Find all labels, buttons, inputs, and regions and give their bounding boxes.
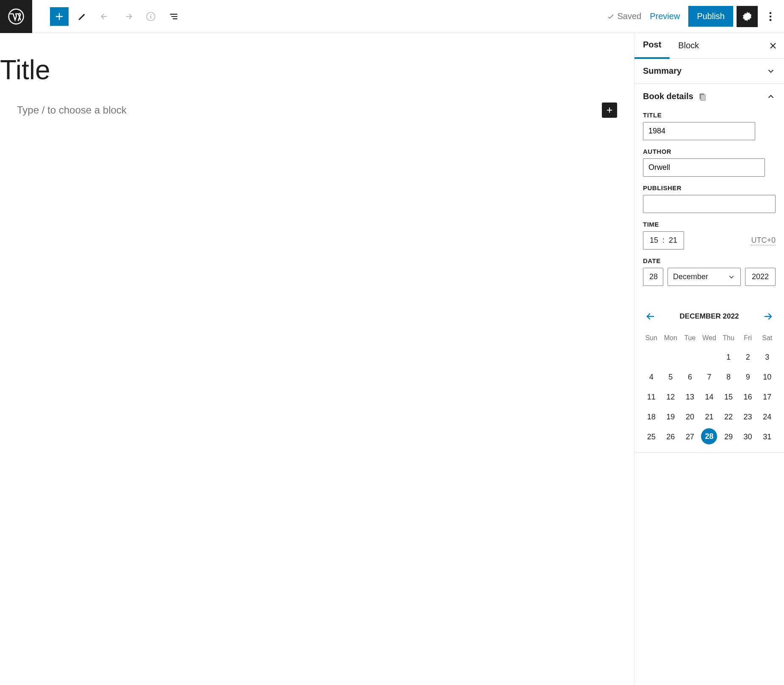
calendar-day[interactable]: 6 <box>681 369 698 386</box>
plus-icon <box>604 105 615 115</box>
calendar-empty <box>681 349 698 366</box>
publisher-field-input[interactable] <box>643 195 776 213</box>
sidebar-close-button[interactable] <box>768 41 778 51</box>
calendar-day[interactable]: 1 <box>720 349 737 366</box>
close-icon <box>768 41 778 51</box>
undo-icon <box>100 11 111 22</box>
block-placeholder[interactable]: Type / to choose a block <box>17 104 127 116</box>
timezone-label[interactable]: UTC+0 <box>751 236 776 245</box>
date-field-label: DATE <box>643 257 776 264</box>
calendar-day[interactable]: 30 <box>740 428 756 446</box>
redo-button[interactable] <box>119 7 137 26</box>
author-field-input[interactable] <box>643 158 765 177</box>
calendar-dow: Wed <box>701 330 718 346</box>
editor-body: Type / to choose a block <box>17 103 617 118</box>
calendar-day[interactable]: 10 <box>759 369 776 386</box>
calendar-day[interactable]: 27 <box>681 428 698 446</box>
calendar-dow: Fri <box>740 330 756 346</box>
calendar-day[interactable]: 19 <box>662 408 679 426</box>
more-options-button[interactable] <box>761 6 780 27</box>
calendar-nav: DECEMBER 2022 <box>643 309 776 324</box>
calendar-day[interactable]: 2 <box>740 349 756 366</box>
main-area: Title Type / to choose a block Post Bloc… <box>0 33 784 685</box>
top-bar: Saved Preview Publish <box>0 0 784 33</box>
calendar-dow: Sat <box>759 330 776 346</box>
edit-tool-button[interactable] <box>73 7 91 26</box>
calendar-day[interactable]: 12 <box>662 388 679 406</box>
toolbar-left <box>0 0 183 33</box>
wordpress-logo[interactable] <box>0 0 32 33</box>
calendar-title: DECEMBER 2022 <box>680 312 739 321</box>
calendar-day[interactable]: 24 <box>759 408 776 426</box>
tab-post[interactable]: Post <box>634 32 670 59</box>
undo-button[interactable] <box>96 7 114 26</box>
calendar-day[interactable]: 3 <box>759 349 776 366</box>
time-separator: : <box>662 236 665 245</box>
chevron-down-icon <box>728 273 735 281</box>
list-view-button[interactable] <box>164 7 183 26</box>
calendar-dow: Tue <box>681 330 698 346</box>
calendar-day[interactable]: 11 <box>643 388 660 406</box>
svg-point-3 <box>770 12 772 14</box>
calendar-day[interactable]: 31 <box>759 428 776 446</box>
date-year-input[interactable]: 2022 <box>745 268 776 286</box>
calendar-day[interactable]: 4 <box>643 369 660 386</box>
panel-summary: Summary <box>634 58 784 84</box>
svg-rect-7 <box>701 94 705 100</box>
calendar-day[interactable]: 7 <box>701 369 718 386</box>
calendar-day[interactable]: 28 <box>701 428 717 444</box>
calendar-day[interactable]: 25 <box>643 428 660 446</box>
calendar-day[interactable]: 21 <box>701 408 718 426</box>
calendar-day[interactable]: 23 <box>740 408 756 426</box>
panel-book-details: Book details TITLE AUTHOR PUBLISHER <box>634 84 784 453</box>
add-block-inline-button[interactable] <box>602 103 617 118</box>
panel-book-details-title: Book details <box>643 92 693 101</box>
toolbar-right: Saved Preview Publish <box>607 6 784 27</box>
calendar-empty <box>701 349 718 366</box>
calendar-dow: Thu <box>720 330 737 346</box>
calendar-day[interactable]: 8 <box>720 369 737 386</box>
panel-book-details-header[interactable]: Book details <box>634 84 784 109</box>
list-icon <box>168 11 179 22</box>
preview-button[interactable]: Preview <box>650 11 680 21</box>
calendar-day[interactable]: 17 <box>759 388 776 406</box>
calendar-day[interactable]: 18 <box>643 408 660 426</box>
calendar-empty <box>643 349 660 366</box>
settings-button[interactable] <box>737 6 758 27</box>
calendar-day[interactable]: 5 <box>662 369 679 386</box>
calendar-day[interactable]: 9 <box>740 369 756 386</box>
calendar-day[interactable]: 20 <box>681 408 698 426</box>
info-button[interactable] <box>141 7 160 26</box>
calendar-day[interactable]: 26 <box>662 428 679 446</box>
time-input[interactable]: 15 : 21 <box>643 231 684 250</box>
plus-icon <box>53 11 65 22</box>
arrow-left-icon <box>645 311 657 322</box>
wordpress-icon <box>8 8 24 25</box>
add-block-button[interactable] <box>50 7 69 26</box>
date-day-input[interactable]: 28 <box>643 268 663 286</box>
calendar-prev-button[interactable] <box>643 309 658 324</box>
calendar-day[interactable]: 29 <box>720 428 737 446</box>
calendar-day[interactable]: 16 <box>740 388 756 406</box>
calendar-day[interactable]: 15 <box>720 388 737 406</box>
publish-button[interactable]: Publish <box>688 6 733 27</box>
calendar-dow: Mon <box>662 330 679 346</box>
publisher-field-label: PUBLISHER <box>643 184 776 191</box>
sidebar: Post Block Summary Book details <box>634 33 784 685</box>
pencil-icon <box>77 11 88 22</box>
tab-block[interactable]: Block <box>670 33 707 58</box>
calendar-day[interactable]: 13 <box>681 388 698 406</box>
calendar: DECEMBER 2022 SunMonTueWedThuFriSat12345… <box>634 302 784 452</box>
title-field-input[interactable] <box>643 122 755 140</box>
panel-summary-header[interactable]: Summary <box>634 58 784 83</box>
post-title[interactable]: Title <box>0 54 617 86</box>
chevron-down-icon <box>766 67 776 76</box>
calendar-day[interactable]: 14 <box>701 388 718 406</box>
saved-label: Saved <box>618 11 642 21</box>
gear-icon <box>741 11 753 22</box>
sidebar-tabs: Post Block <box>634 33 784 58</box>
calendar-day[interactable]: 22 <box>720 408 737 426</box>
date-month-select[interactable]: December <box>668 268 741 286</box>
time-hours: 15 <box>650 236 658 245</box>
calendar-next-button[interactable] <box>760 309 776 324</box>
